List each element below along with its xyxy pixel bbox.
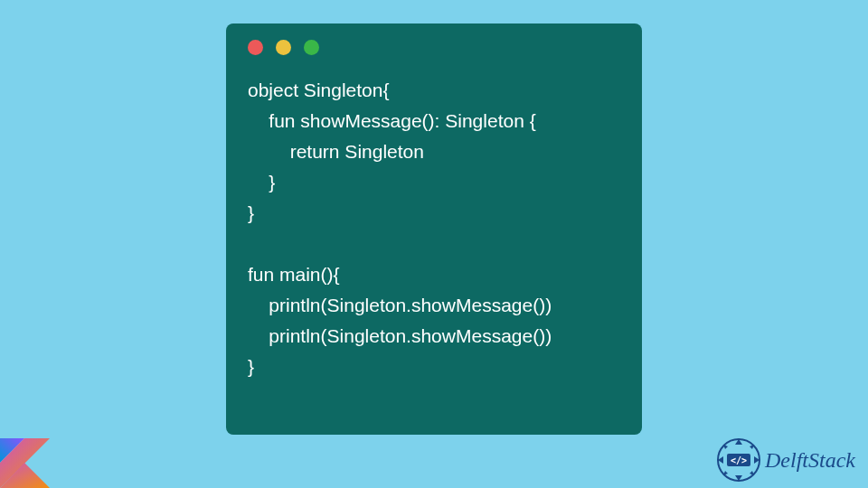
code-line: fun main(){ [248,264,340,285]
code-line: fun showMessage(): Singleton { [248,110,536,131]
code-content: object Singleton{ fun showMessage(): Sin… [248,75,620,382]
code-line: } [248,172,275,192]
delftstack-badge-icon: </> [716,437,761,483]
code-line: } [248,356,254,377]
code-window: object Singleton{ fun showMessage(): Sin… [226,23,642,435]
kotlin-logo-icon [0,438,50,488]
code-line: object Singleton{ [248,80,389,100]
minimize-icon [276,40,291,55]
delftstack-brand-text: DelftStack [765,448,855,473]
code-line: println(Singleton.showMessage()) [248,325,552,346]
delftstack-logo: </> DelftStack [716,437,855,483]
svg-text:</>: </> [731,455,747,465]
close-icon [248,40,263,55]
maximize-icon [304,40,319,55]
code-line: println(Singleton.showMessage()) [248,295,552,315]
code-line: } [248,202,254,223]
window-controls [248,40,620,55]
code-line: return Singleton [248,141,424,162]
